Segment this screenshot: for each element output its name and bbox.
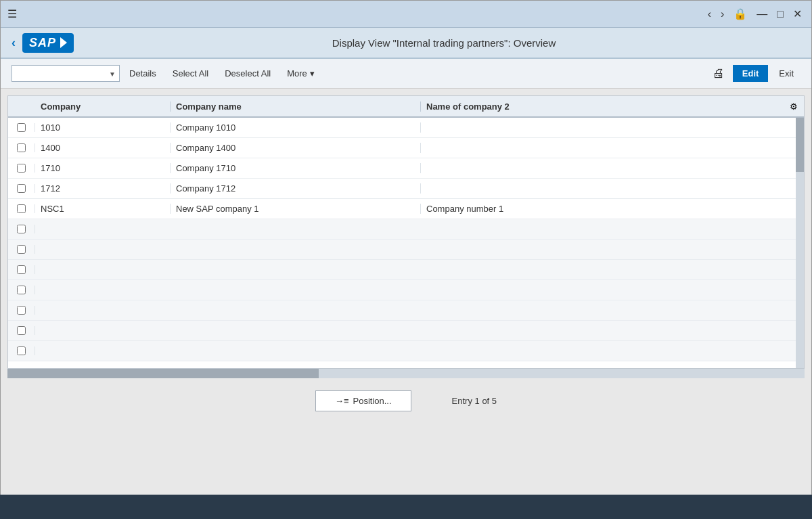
print-button[interactable]: 🖨	[708, 64, 729, 83]
minimize-button[interactable]: —	[754, 7, 770, 22]
table-row-empty	[8, 321, 804, 341]
th-company: Company	[35, 101, 171, 112]
edit-button[interactable]: Edit	[733, 65, 769, 82]
more-button[interactable]: More ▾	[280, 65, 321, 82]
toolbar-right: 🖨 Edit Exit	[708, 64, 800, 83]
vertical-scrollbar[interactable]	[796, 118, 804, 368]
close-button[interactable]: ✕	[790, 6, 805, 22]
company-5: NSC1	[35, 204, 171, 214]
table-row-empty	[8, 240, 804, 260]
footer-area: →≡ Position... Entry 1 of 5	[1, 378, 811, 418]
company2-5: Company number 1	[421, 204, 804, 214]
row-checkbox-1[interactable]	[8, 123, 35, 132]
hamburger-menu-icon[interactable]: ☰	[7, 7, 17, 20]
toolbar: Details Select All Deselect All More ▾ 🖨…	[1, 59, 811, 89]
company-name-5: New SAP company 1	[171, 204, 421, 214]
table-row[interactable]: 1400 Company 1400	[8, 138, 804, 158]
table-row-empty	[8, 300, 804, 321]
select-all-button[interactable]: Select All	[166, 65, 215, 82]
table-row-empty	[8, 280, 804, 300]
company-name-3: Company 1710	[171, 163, 421, 173]
position-icon: →≡	[335, 396, 349, 406]
exit-button[interactable]: Exit	[772, 65, 800, 82]
window-controls: ‹ › 🔒 — □ ✕	[705, 6, 805, 22]
th-company-name: Company name	[171, 101, 421, 112]
nav-forward-icon[interactable]: ›	[718, 7, 727, 22]
table-container: Company Company name Name of company 2 ⚙…	[7, 95, 805, 369]
company-name-1: Company 1010	[171, 122, 421, 133]
nav-bar: ‹ SAP Display View "Internal trading par…	[1, 28, 811, 59]
row-checkbox-3[interactable]	[8, 164, 35, 173]
more-label: More	[287, 68, 307, 78]
more-chevron-icon: ▾	[310, 68, 315, 78]
h-scrollbar-thumb[interactable]	[7, 369, 319, 378]
horizontal-scrollbar[interactable]	[7, 369, 805, 378]
table-header: Company Company name Name of company 2 ⚙	[8, 96, 804, 118]
company-name-2: Company 1400	[171, 143, 421, 153]
row-checkbox-2[interactable]	[8, 143, 35, 152]
deselect-all-button[interactable]: Deselect All	[218, 65, 277, 82]
sap-logo-chevron	[60, 37, 67, 48]
back-button[interactable]: ‹	[12, 36, 16, 50]
company-1: 1010	[35, 122, 171, 133]
toolbar-dropdown-wrap	[12, 65, 120, 82]
sap-logo: SAP	[22, 33, 74, 53]
sap-logo-text: SAP	[29, 36, 56, 50]
page-title: Display View "Internal trading partners"…	[87, 37, 800, 49]
nav-back-icon[interactable]: ‹	[705, 7, 714, 22]
toolbar-dropdown[interactable]	[12, 65, 120, 82]
table-row-empty	[8, 341, 804, 361]
position-button[interactable]: →≡ Position...	[315, 390, 411, 411]
maximize-button[interactable]: □	[774, 7, 786, 22]
table-row[interactable]: 1010 Company 1010	[8, 118, 804, 138]
table-body: 1010 Company 1010 1400 Company 1400 1710…	[8, 118, 804, 368]
row-checkbox-4[interactable]	[8, 184, 35, 193]
table-row[interactable]: NSC1 New SAP company 1 Company number 1	[8, 199, 804, 219]
table-row[interactable]: 1710 Company 1710	[8, 158, 804, 179]
row-checkbox-5[interactable]	[8, 204, 35, 213]
details-button[interactable]: Details	[122, 65, 163, 82]
scrollbar-thumb[interactable]	[796, 118, 804, 172]
company-4: 1712	[35, 183, 171, 194]
table-row-empty	[8, 260, 804, 280]
lock-icon: 🔒	[731, 6, 750, 22]
company-3: 1710	[35, 163, 171, 173]
table-row[interactable]: 1712 Company 1712	[8, 179, 804, 199]
company-2: 1400	[35, 143, 171, 153]
company-name-4: Company 1712	[171, 183, 421, 194]
settings-icon[interactable]: ⚙	[784, 101, 804, 112]
title-bar: ☰ ‹ › 🔒 — □ ✕	[1, 1, 811, 28]
entry-info: Entry 1 of 5	[452, 396, 497, 406]
position-label: Position...	[353, 396, 392, 406]
table-row-empty	[8, 219, 804, 240]
status-bar	[0, 495, 812, 519]
th-company2: Name of company 2	[421, 101, 784, 112]
